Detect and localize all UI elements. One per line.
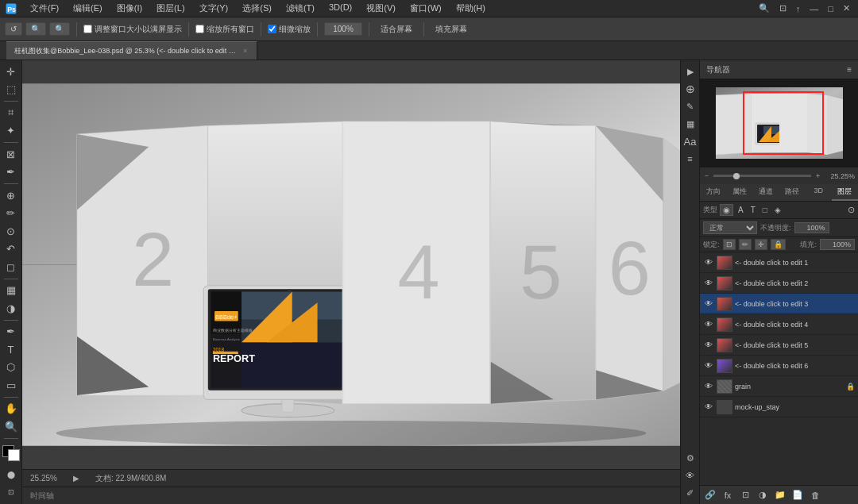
menu-help[interactable]: 帮助(H) <box>450 1 492 16</box>
pen-tool[interactable]: ✒ <box>2 324 20 340</box>
menu-layer[interactable]: 图层(L) <box>150 1 191 16</box>
layer-row[interactable]: 👁<- double click to edit 5 <box>700 335 858 356</box>
filter-icon-3[interactable]: T <box>748 205 758 215</box>
menu-file[interactable]: 文件(F) <box>24 1 65 16</box>
rotate-view-btn[interactable]: ↺ <box>5 22 22 36</box>
rt-brush2-btn[interactable]: ✐ <box>682 485 698 501</box>
fine-zoom-input[interactable] <box>268 25 276 33</box>
zoom-min-icon[interactable]: － <box>703 171 710 181</box>
layer-new-btn[interactable]: 📄 <box>790 488 805 502</box>
tab-layers[interactable]: 图层 <box>832 184 858 201</box>
layer-vis-btn[interactable]: 👁 <box>703 340 714 351</box>
search-icon[interactable]: 🔍 <box>754 3 775 13</box>
share-icon[interactable]: ↑ <box>791 4 806 13</box>
rt-edit-btn[interactable]: ✎ <box>682 98 698 114</box>
heal-tool[interactable]: ⊕ <box>2 187 20 204</box>
rt-grid-btn[interactable]: ▦ <box>682 116 698 132</box>
tab-main[interactable]: 桂机图收集@Bobbie_Lee-038.psd @ 25.3% (<- dou… <box>6 41 257 60</box>
path-tool[interactable]: ⬡ <box>2 360 20 376</box>
zoom-in-btn[interactable]: 🔍 <box>49 22 70 36</box>
screen-mode[interactable]: ⊡ <box>2 483 20 501</box>
zoom-out-btn[interactable]: 🔍 <box>25 22 46 36</box>
bg-color[interactable] <box>8 449 20 461</box>
tab-direction[interactable]: 方向 <box>700 184 726 201</box>
color-swatch[interactable] <box>2 445 20 462</box>
text-tool[interactable]: T <box>2 341 20 358</box>
hand-tool[interactable]: ✋ <box>2 401 20 417</box>
zoom-all-input[interactable] <box>195 25 204 33</box>
tab-3d[interactable]: 3D <box>806 184 832 201</box>
fill-input[interactable] <box>820 239 855 250</box>
layer-row[interactable]: 👁<- double click to edit 2 <box>700 273 858 294</box>
minimize-btn[interactable]: — <box>805 4 823 13</box>
eyedropper[interactable]: ✒ <box>2 164 20 181</box>
close-btn[interactable]: ✕ <box>838 3 855 13</box>
quick-mask[interactable]: ⬤ <box>2 466 20 483</box>
lock-transparent-btn[interactable]: ⊡ <box>723 239 736 250</box>
rt-eye-btn[interactable]: 👁 <box>682 467 698 483</box>
tab-properties[interactable]: 属性 <box>726 184 752 201</box>
tab-channels[interactable]: 通道 <box>752 184 779 201</box>
layer-vis-btn[interactable]: 👁 <box>703 257 714 268</box>
maximize-btn[interactable]: □ <box>823 4 838 13</box>
menu-text[interactable]: 文字(Y) <box>193 1 235 16</box>
filter-icon-1[interactable]: ◉ <box>720 204 733 216</box>
zoom-input[interactable] <box>324 22 362 36</box>
filter-icon-4[interactable]: □ <box>760 205 770 215</box>
tab-close-btn[interactable]: × <box>242 47 249 55</box>
lock-all-btn[interactable]: 🔒 <box>771 239 786 250</box>
menu-image[interactable]: 图像(I) <box>110 1 149 16</box>
layer-row[interactable]: 👁grain🔒 <box>700 376 858 397</box>
filter-icon-2[interactable]: A <box>736 205 746 215</box>
lock-paint-btn[interactable]: ✏ <box>739 239 752 250</box>
menu-window[interactable]: 窗口(W) <box>404 1 448 16</box>
rt-play-btn[interactable]: ▶ <box>682 63 698 79</box>
layer-style-btn[interactable]: fx <box>721 488 735 502</box>
blend-mode-select[interactable]: 正常 <box>703 221 757 234</box>
crop-tool[interactable]: ⊠ <box>2 146 20 163</box>
layer-row[interactable]: 👁<- double click to edit 3 <box>700 294 858 314</box>
layer-vis-btn[interactable]: 👁 <box>703 381 714 392</box>
layer-adj-btn[interactable]: ◑ <box>756 488 770 502</box>
layer-delete-btn[interactable]: 🗑 <box>808 488 822 502</box>
filter-toggle[interactable]: ⊙ <box>848 205 855 215</box>
workspace-icon[interactable]: ⊡ <box>775 3 791 13</box>
menu-filter[interactable]: 滤镜(T) <box>280 1 321 16</box>
menu-3d[interactable]: 3D(D) <box>323 1 358 16</box>
layer-link-btn[interactable]: 🔗 <box>703 488 717 502</box>
layer-row[interactable]: 👁<- double click to edit 4 <box>700 314 858 335</box>
layer-vis-btn[interactable]: 👁 <box>703 298 714 310</box>
resize-window-cb[interactable]: 调整窗口大小以满屏显示 <box>83 24 182 35</box>
lock-position-btn[interactable]: ✛ <box>755 239 767 250</box>
zoom-slider[interactable] <box>713 175 811 177</box>
dodge-tool[interactable]: ◑ <box>2 300 20 317</box>
select-tool[interactable]: ⬚ <box>2 82 20 98</box>
zoom-tool[interactable]: 🔍 <box>2 418 20 435</box>
layer-row[interactable]: 👁mock-up_stay <box>700 397 858 417</box>
magic-wand[interactable]: ✦ <box>2 123 20 140</box>
menu-edit[interactable]: 编辑(E) <box>67 1 109 16</box>
clone-tool[interactable]: ⊙ <box>2 223 20 240</box>
layer-vis-btn[interactable]: 👁 <box>703 360 714 371</box>
brush-tool[interactable]: ✏ <box>2 206 20 222</box>
fit-screen-btn[interactable]: 适合屏幕 <box>376 22 417 37</box>
rt-settings-btn[interactable]: ⚙ <box>682 450 698 466</box>
filter-icon-5[interactable]: ◈ <box>772 205 783 215</box>
shape-tool[interactable]: ▭ <box>2 377 20 394</box>
move-tool[interactable]: ✛ <box>2 63 20 80</box>
layer-row[interactable]: 👁<- double click to edit 1 <box>700 252 858 273</box>
gradient-tool[interactable]: ▦ <box>2 283 20 299</box>
layer-vis-btn[interactable]: 👁 <box>703 402 714 413</box>
fill-screen-btn[interactable]: 填充屏幕 <box>431 22 472 37</box>
rt-add-btn[interactable]: ⊕ <box>682 81 698 97</box>
menu-view[interactable]: 视图(V) <box>360 1 402 16</box>
fine-zoom-cb[interactable]: 细微缩放 <box>268 24 311 35</box>
resize-window-input[interactable] <box>83 25 92 33</box>
navigator-menu-icon[interactable]: ≡ <box>847 65 852 74</box>
zoom-max-icon[interactable]: ＋ <box>814 171 821 181</box>
layer-vis-btn[interactable]: 👁 <box>703 319 714 330</box>
erase-tool[interactable]: ◻ <box>2 259 20 275</box>
zoom-all-cb[interactable]: 缩放所有窗口 <box>195 24 254 35</box>
rt-menu-btn[interactable]: ≡ <box>682 151 698 167</box>
menu-select[interactable]: 选择(S) <box>236 1 278 16</box>
